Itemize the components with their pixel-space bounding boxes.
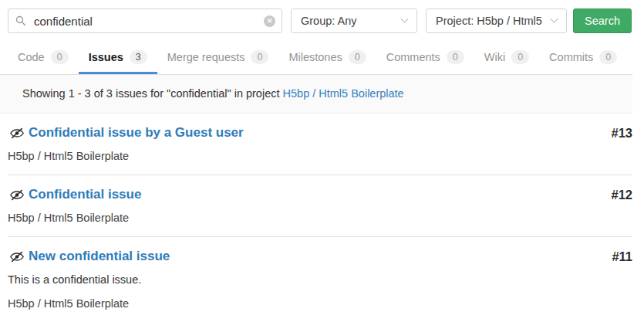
issue-project: H5bp / Html5 Boilerplate <box>8 150 632 162</box>
tab-merge-requests[interactable]: Merge requests 0 <box>157 41 279 74</box>
tab-label: Commits <box>549 51 593 63</box>
issue-project: H5bp / Html5 Boilerplate <box>8 212 632 224</box>
search-result-item: Confidential issue #12 H5bp / Html5 Boil… <box>8 175 632 237</box>
result-header: New confidential issue #11 <box>8 249 632 264</box>
tab-label: Wiki <box>484 51 505 63</box>
tab-commits[interactable]: Commits 0 <box>539 41 627 74</box>
tab-label: Merge requests <box>167 51 245 63</box>
search-input[interactable] <box>8 8 282 33</box>
chevron-down-icon <box>551 15 558 22</box>
result-header: Confidential issue #12 <box>8 187 632 202</box>
issue-link[interactable]: Confidential issue by a Guest user <box>10 125 244 141</box>
search-scope-tabs: Code 0 Issues 3 Merge requests 0 Milesto… <box>0 41 644 74</box>
tab-milestones[interactable]: Milestones 0 <box>278 41 376 74</box>
tab-count-badge: 3 <box>130 50 147 64</box>
tab-issues[interactable]: Issues 3 <box>79 41 157 74</box>
search-field: ✕ <box>8 8 282 33</box>
tab-label: Milestones <box>288 51 342 63</box>
search-result-item: Confidential issue by a Guest user #13 H… <box>8 114 632 175</box>
issue-id: #13 <box>611 126 632 141</box>
tab-comments[interactable]: Comments 0 <box>376 41 474 74</box>
tab-count-badge: 0 <box>599 50 617 64</box>
group-filter-dropdown[interactable]: Group: Any <box>291 8 417 33</box>
tab-label: Issues <box>89 51 123 63</box>
tab-label: Comments <box>386 51 440 63</box>
result-header: Confidential issue by a Guest user #13 <box>8 125 632 141</box>
tab-count-badge: 0 <box>511 50 529 64</box>
tab-code[interactable]: Code 0 <box>8 41 79 74</box>
search-results-list: Confidential issue by a Guest user #13 H… <box>0 114 632 312</box>
issue-title: Confidential issue by a Guest user <box>29 125 244 141</box>
tab-wiki[interactable]: Wiki 0 <box>474 41 539 74</box>
search-button[interactable]: Search <box>573 8 632 33</box>
issue-id: #12 <box>611 188 632 202</box>
search-icon <box>15 15 26 26</box>
results-summary-text: Showing 1 - 3 of 3 issues for "confident… <box>22 87 280 100</box>
issue-title: Confidential issue <box>29 187 141 202</box>
project-filter-label: Project: H5bp / Html5 ... <box>436 15 545 27</box>
search-result-item: New confidential issue #11 This is a con… <box>8 237 632 312</box>
eye-slash-icon <box>10 251 24 263</box>
results-summary: Showing 1 - 3 of 3 issues for "confident… <box>0 74 632 114</box>
project-filter-dropdown[interactable]: Project: H5bp / Html5 ... <box>426 8 567 33</box>
eye-slash-icon <box>10 127 24 139</box>
issue-project: H5bp / Html5 Boilerplate <box>8 297 632 310</box>
issue-title: New confidential issue <box>29 249 170 264</box>
search-results-page: ✕ Group: Any Project: H5bp / Html5 ... S… <box>0 0 644 312</box>
group-filter-label: Group: Any <box>301 15 357 27</box>
issue-description: This is a confidential issue. <box>8 273 632 286</box>
tab-count-badge: 0 <box>447 50 464 64</box>
tab-count-badge: 0 <box>251 50 268 64</box>
tab-count-badge: 0 <box>349 50 366 64</box>
clear-search-icon[interactable]: ✕ <box>264 15 275 27</box>
issue-link[interactable]: New confidential issue <box>10 249 170 264</box>
issue-id: #11 <box>612 249 632 264</box>
project-link[interactable]: H5bp / Html5 Boilerplate <box>283 87 404 100</box>
search-bar: ✕ Group: Any Project: H5bp / Html5 ... S… <box>0 0 644 40</box>
tab-count-badge: 0 <box>51 50 69 64</box>
eye-slash-icon <box>10 189 24 201</box>
tab-label: Code <box>18 51 45 63</box>
issue-link[interactable]: Confidential issue <box>10 187 141 202</box>
chevron-down-icon <box>401 15 409 22</box>
